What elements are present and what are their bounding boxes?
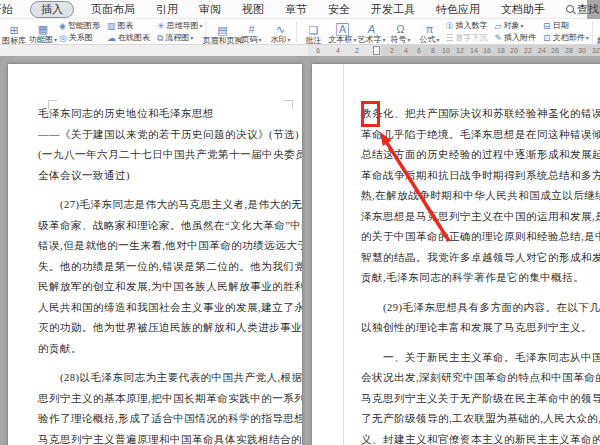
relation-chart-button[interactable]: ◎ 关系图 <box>59 32 100 44</box>
text-box-icon: 🄰︎ <box>336 24 348 35</box>
calendar-icon: ⊟ <box>543 20 551 32</box>
document-canvas[interactable]: 毛泽东同志的历史地位和毛泽东思想 ——《关于建国以来党的若干历史问题的决议》(节… <box>0 56 600 445</box>
doc-title-line: 毛泽东同志的历史地位和毛泽东思想 <box>38 104 296 125</box>
doc-subtitle-line: ——《关于建国以来党的若干历史问题的决议》(节选) <box>38 125 296 146</box>
watermark-icon: ∿ <box>276 24 285 35</box>
horizontal-ruler: 6 4 2 2 4 6 8 10 12 14 16 18 20 22 24 26… <box>0 45 600 56</box>
page-right-text: 教条化、把共产国际决议和苏联经验神圣化的错误倾向,使中国 革命几乎陷于绝境。毛泽… <box>312 64 600 445</box>
menu-tab-section[interactable]: 章节 <box>281 1 311 18</box>
smart-graphic-button[interactable]: ◈ 智能图形 <box>59 20 100 32</box>
pi-icon: π <box>426 24 434 35</box>
watermark-button[interactable]: ∿ 水印 <box>267 19 293 45</box>
margin-corner-mark <box>284 100 293 109</box>
menu-tab-page-layout[interactable]: 页面布局 <box>87 1 139 18</box>
function-chart-icon: ▦ <box>38 24 48 35</box>
comment-button[interactable]: ❏ 批注 <box>300 19 326 45</box>
drop-cap-icon: ☰ <box>445 32 453 44</box>
number-icon: ① <box>445 20 453 32</box>
comment-icon: ❏ <box>309 25 319 36</box>
grid-icon: ⊞ <box>9 25 18 36</box>
annotation-highlight-box <box>361 101 380 127</box>
page-left-text: 毛泽东同志的历史地位和毛泽东思想 ——《关于建国以来党的若干历史问题的决议》(节… <box>8 64 302 445</box>
attachment-button[interactable]: ✎ 插入附件 <box>495 32 537 44</box>
flow-chart-button[interactable]: ⧉ 流程图 <box>157 32 203 44</box>
word-art-icon: A <box>368 24 375 35</box>
attachment-icon: ✎ <box>495 32 503 44</box>
header-footer-icon: ▤ <box>217 25 227 36</box>
toolbar-separator <box>592 21 593 43</box>
toolbar-separator <box>296 21 297 43</box>
insert-number-button[interactable]: ① 插入数字 <box>445 20 487 32</box>
object-button[interactable]: ▱ 对象 <box>495 20 537 32</box>
relation-chart-icon: ◎ <box>59 32 67 44</box>
menu-tab-start[interactable]: 开始 <box>0 1 17 18</box>
menu-tab-security[interactable]: 安全 <box>324 1 354 18</box>
icon-library-button[interactable]: ⊞ 图标库 <box>1 19 27 45</box>
page-number-button[interactable]: # 页码 <box>238 19 264 45</box>
object-icon: ▱ <box>495 20 502 32</box>
diagram-group: ◈ 智能图形 ▥ 图表 ✳ 思维导图 ◎ 关系图 ☁ 在线图表 ⧉ 流程图 <box>59 20 202 44</box>
menu-tab-review[interactable]: 审阅 <box>195 1 225 18</box>
header-footer-button[interactable]: ▤ 页眉和页脚 <box>209 19 235 45</box>
word-art-button[interactable]: A 艺术字 <box>358 19 384 45</box>
text-box-button[interactable]: 🄰︎ 文本框 <box>329 19 355 45</box>
doc-parts-icon: ⊡ <box>543 32 551 44</box>
margin-guide-line <box>343 64 344 445</box>
search-icon <box>566 5 574 13</box>
drop-cap-button: ☰ 首字下沉 <box>445 32 487 44</box>
cloud-icon: ☁ <box>107 32 116 44</box>
omega-icon: Ω <box>396 24 404 35</box>
menu-bar: 开始 插入 页面布局 引用 审阅 视图 章节 安全 开发工具 特色应用 文档助手… <box>0 0 587 19</box>
margin-corner-mark <box>48 100 57 109</box>
object-group: ① 插入数字 ▱ 对象 ⊟ 日期 ☰ 首字下沉 ✎ 插入附件 ⊡ 文档部件 <box>445 20 588 44</box>
mind-map-icon: ✳ <box>157 20 165 32</box>
page-number-icon: # <box>248 24 254 35</box>
document-page-right[interactable]: 教条化、把共产国际决议和苏联经验神圣化的错误倾向,使中国 革命几乎陷于绝境。毛泽… <box>312 64 600 445</box>
doc-parts-button[interactable]: ⊡ 文档部件 <box>543 32 589 44</box>
mind-map-button[interactable]: ✳ 思维导图 <box>157 20 203 32</box>
find-label: 查找 <box>577 2 599 17</box>
hyperlink-button[interactable]: 超链接 <box>596 19 600 45</box>
date-button[interactable]: ⊟ 日期 <box>543 20 589 32</box>
symbol-button[interactable]: Ω 符号 <box>387 19 413 45</box>
smart-graphic-icon: ◈ <box>59 20 66 32</box>
menu-tab-insert[interactable]: 插入 <box>30 1 74 18</box>
chart-button[interactable]: ▥ 图表 <box>107 20 150 32</box>
menu-tab-view[interactable]: 视图 <box>238 1 268 18</box>
formula-button[interactable]: π 公式 <box>416 19 442 45</box>
flow-chart-icon: ⧉ <box>157 32 163 44</box>
menu-tab-dev-tools[interactable]: 开发工具 <box>367 1 419 18</box>
find-button[interactable]: 查找 <box>566 2 599 17</box>
online-chart-button[interactable]: ☁ 在线图表 <box>107 32 150 44</box>
document-page-left[interactable]: 毛泽东同志的历史地位和毛泽东思想 ——《关于建国以来党的若干历史问题的决议》(节… <box>8 64 302 445</box>
wps-writer-window: 开始 插入 页面布局 引用 审阅 视图 章节 安全 开发工具 特色应用 文档助手… <box>0 0 600 445</box>
indent-marker[interactable] <box>373 46 380 55</box>
menu-tab-doc-assistant[interactable]: 文档助手 <box>497 1 549 18</box>
chart-icon: ▥ <box>107 20 116 32</box>
function-chart-button[interactable]: ▦ 功能图 <box>30 19 56 45</box>
insert-ribbon: ⊞ 图标库 ▦ 功能图 ◈ 智能图形 ▥ 图表 ✳ 思维导图 ◎ 关系图 <box>0 19 600 45</box>
menu-tab-references[interactable]: 引用 <box>152 1 182 18</box>
menu-tab-special-features[interactable]: 特色应用 <box>432 1 484 18</box>
